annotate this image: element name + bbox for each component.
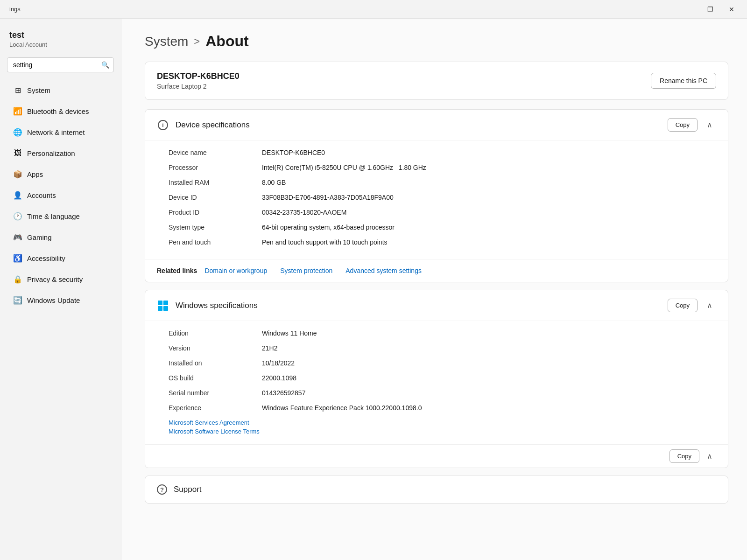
table-row: Device name DESKTOP-K6BHCE0 — [169, 145, 705, 160]
device-specs-copy-button[interactable]: Copy — [668, 118, 698, 132]
window-title: ings — [9, 6, 21, 13]
windows-specs-title: Windows specifications — [176, 301, 258, 310]
search-input[interactable] — [7, 57, 114, 72]
device-specs-actions: Copy ∧ — [668, 118, 716, 132]
table-row: Product ID 00342-23735-18020-AAOEM — [169, 205, 705, 220]
spec-label: Edition — [169, 329, 262, 337]
windows-specs-collapse-button-2[interactable]: ∧ — [703, 450, 716, 462]
spec-value: DESKTOP-K6BHCE0 — [262, 149, 705, 156]
search-box[interactable]: 🔍 — [7, 57, 114, 72]
spec-label: Serial number — [169, 389, 262, 397]
spec-label: Processor — [169, 164, 262, 171]
spec-label: Version — [169, 344, 262, 352]
device-specs-title: Device specifications — [176, 120, 250, 130]
table-row: Edition Windows 11 Home — [169, 326, 705, 341]
titlebar: ings — ❐ ✕ — [0, 0, 747, 19]
related-links-label: Related links — [157, 267, 197, 274]
sidebar-item-accounts[interactable]: 👤 Accounts — [4, 185, 117, 205]
sidebar-item-bluetooth-label: Bluetooth & devices — [27, 107, 89, 115]
rename-pc-button[interactable]: Rename this PC — [651, 73, 716, 89]
windows-specs-collapse-button[interactable]: ∧ — [703, 299, 716, 312]
accounts-icon: 👤 — [13, 190, 22, 200]
apps-icon: 📦 — [13, 169, 22, 179]
gaming-icon: 🎮 — [13, 232, 22, 242]
table-row: Installed on 10/18/2022 — [169, 356, 705, 371]
time-icon: 🕐 — [13, 211, 22, 221]
spec-value: 8.00 GB — [262, 179, 705, 186]
windows-specs-copy-button[interactable]: Copy — [668, 299, 698, 312]
spec-value: 64-bit operating system, x64-based proce… — [262, 224, 705, 231]
user-section: test Local Account — [0, 23, 121, 57]
sidebar-item-time-label: Time & language — [27, 212, 80, 220]
sidebar-item-update[interactable]: 🔄 Windows Update — [4, 290, 117, 310]
sidebar-item-accounts-label: Accounts — [27, 191, 56, 199]
window-controls: — ❐ ✕ — [678, 2, 742, 17]
ms-services-agreement-link[interactable]: Microsoft Services Agreement — [169, 419, 705, 426]
sidebar-item-system[interactable]: ⊞ System — [4, 80, 117, 100]
device-specs-table: Device name DESKTOP-K6BHCE0 Processor In… — [145, 140, 728, 259]
sidebar-item-personalization[interactable]: 🖼 Personalization — [4, 143, 117, 163]
sidebar-item-time[interactable]: 🕐 Time & language — [4, 206, 117, 226]
breadcrumb-parent[interactable]: System — [145, 34, 188, 49]
minimize-button[interactable]: — — [678, 2, 699, 17]
windows-specs-footer: Copy ∧ — [145, 444, 728, 468]
sidebar-item-gaming[interactable]: 🎮 Gaming — [4, 227, 117, 247]
privacy-icon: 🔒 — [13, 274, 22, 284]
device-specs-header: i Device specifications Copy ∧ — [145, 110, 728, 140]
sidebar-item-apps[interactable]: 📦 Apps — [4, 164, 117, 184]
spec-value: 014326592857 — [262, 389, 705, 397]
sidebar-item-accessibility[interactable]: ♿ Accessibility — [4, 248, 117, 268]
sidebar-item-network[interactable]: 🌐 Network & internet — [4, 122, 117, 142]
table-row: System type 64-bit operating system, x64… — [169, 220, 705, 235]
info-icon: i — [157, 119, 169, 131]
windows-specs-actions: Copy ∧ — [668, 299, 716, 312]
pc-name-card: DESKTOP-K6BHCE0 Surface Laptop 2 Rename … — [145, 62, 728, 100]
spec-value: 21H2 — [262, 344, 705, 352]
windows-icon — [157, 300, 169, 312]
app-container: test Local Account 🔍 ⊞ System 📶 Bluetoot… — [0, 19, 747, 560]
related-links: Related links Domain or workgroup System… — [145, 259, 728, 282]
spec-value: 33F08B3D-E706-4891-A383-7D05A18F9A00 — [262, 194, 705, 201]
advanced-system-settings-link[interactable]: Advanced system settings — [345, 267, 422, 274]
spec-label: Experience — [169, 404, 262, 412]
table-row: Serial number 014326592857 — [169, 385, 705, 400]
pc-hostname: DESKTOP-K6BHCE0 — [157, 71, 240, 81]
sidebar-item-privacy[interactable]: 🔒 Privacy & security — [4, 269, 117, 289]
network-icon: 🌐 — [13, 127, 22, 137]
spec-value: Windows 11 Home — [262, 329, 705, 337]
pc-name-info: DESKTOP-K6BHCE0 Surface Laptop 2 — [157, 71, 240, 90]
spec-value: 10/18/2022 — [262, 359, 705, 367]
support-icon: ? — [157, 484, 167, 495]
spec-label: Device name — [169, 149, 262, 156]
sidebar-item-network-label: Network & internet — [27, 128, 85, 136]
user-account-type: Local Account — [9, 41, 112, 48]
device-specs-title-wrap: i Device specifications — [157, 119, 250, 131]
ms-links-section: Microsoft Services Agreement Microsoft S… — [169, 419, 705, 435]
pc-model: Surface Laptop 2 — [157, 83, 240, 90]
main-content: System > About DESKTOP-K6BHCE0 Surface L… — [121, 19, 747, 560]
restore-button[interactable]: ❐ — [699, 2, 721, 17]
sidebar-item-bluetooth[interactable]: 📶 Bluetooth & devices — [4, 101, 117, 121]
table-row: Processor Intel(R) Core(TM) i5-8250U CPU… — [169, 160, 705, 175]
sidebar-item-gaming-label: Gaming — [27, 233, 52, 241]
domain-workgroup-link[interactable]: Domain or workgroup — [204, 267, 267, 274]
sidebar-nav: ⊞ System 📶 Bluetooth & devices 🌐 Network… — [0, 79, 121, 311]
sidebar-item-accessibility-label: Accessibility — [27, 254, 65, 262]
ms-software-license-link[interactable]: Microsoft Software License Terms — [169, 428, 705, 435]
sidebar-item-apps-label: Apps — [27, 170, 43, 178]
table-row: Experience Windows Feature Experience Pa… — [169, 400, 705, 415]
update-icon: 🔄 — [13, 295, 22, 305]
device-specs-card: i Device specifications Copy ∧ Device na… — [145, 109, 728, 282]
personalization-icon: 🖼 — [13, 148, 22, 158]
table-row: OS build 22000.1098 — [169, 371, 705, 385]
close-button[interactable]: ✕ — [721, 2, 742, 17]
breadcrumb: System > About — [145, 33, 728, 50]
windows-specs-copy-button-2[interactable]: Copy — [669, 449, 699, 463]
windows-specs-table: Edition Windows 11 Home Version 21H2 Ins… — [145, 321, 728, 444]
table-row: Device ID 33F08B3D-E706-4891-A383-7D05A1… — [169, 190, 705, 205]
device-specs-collapse-button[interactable]: ∧ — [703, 119, 716, 131]
system-protection-link[interactable]: System protection — [280, 267, 332, 274]
system-icon: ⊞ — [13, 85, 22, 95]
spec-label: System type — [169, 224, 262, 231]
spec-label: Installed RAM — [169, 179, 262, 186]
